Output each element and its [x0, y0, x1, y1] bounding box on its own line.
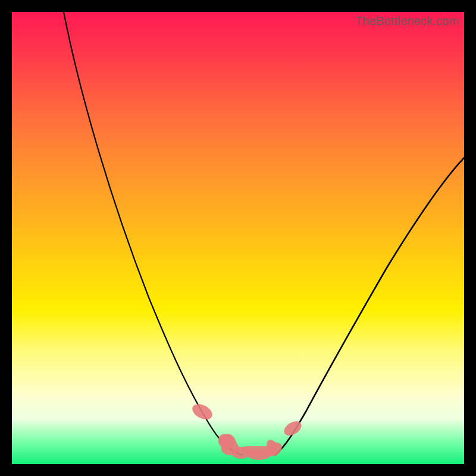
left-curve	[62, 12, 243, 455]
trough-blob	[215, 431, 285, 460]
left-small-blob	[190, 401, 215, 422]
chart-svg	[12, 12, 464, 464]
right-curve	[275, 155, 464, 455]
plot-area: TheBottleneck.com	[12, 12, 464, 464]
svg-point-2	[247, 449, 271, 460]
